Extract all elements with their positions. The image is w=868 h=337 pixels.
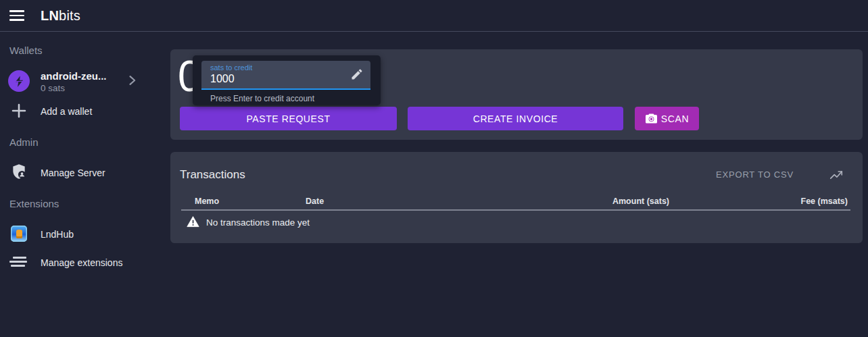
credit-tooltip: sats to credit 1000 Press Enter to credi… bbox=[193, 55, 381, 105]
shield-admin-icon bbox=[9, 162, 28, 181]
column-header-date: Date bbox=[306, 197, 324, 206]
extensions-lines-icon bbox=[9, 253, 28, 276]
wallet-name: android-zeu... bbox=[41, 70, 107, 82]
wallet-balance: 0 sats bbox=[41, 83, 65, 93]
extensions-section-label: Extensions bbox=[9, 198, 59, 209]
plus-icon bbox=[9, 101, 28, 120]
chart-icon[interactable] bbox=[829, 167, 844, 182]
create-invoice-button[interactable]: CREATE INVOICE bbox=[408, 107, 623, 130]
menu-icon[interactable] bbox=[9, 9, 25, 22]
brand-rest: bits bbox=[59, 8, 80, 23]
transactions-card: Transactions EXPORT TO CSV Memo Date Amo… bbox=[170, 152, 863, 243]
manage-server-label: Manage Server bbox=[41, 167, 105, 178]
credit-hint: Press Enter to credit account bbox=[210, 94, 314, 103]
scan-button[interactable]: SCAN bbox=[635, 107, 699, 130]
transactions-title: Transactions bbox=[180, 168, 245, 182]
brand-bold: LN bbox=[41, 8, 59, 23]
add-wallet-label: Add a wallet bbox=[41, 106, 92, 117]
topbar: LNbits bbox=[0, 0, 868, 32]
wallet-avatar bbox=[8, 70, 30, 92]
scan-button-label: SCAN bbox=[661, 113, 689, 124]
column-header-memo: Memo bbox=[195, 197, 219, 206]
paste-request-button[interactable]: PASTE REQUEST bbox=[180, 107, 397, 130]
column-header-fee: Fee (msats) bbox=[801, 197, 848, 206]
table-header-divider bbox=[181, 209, 850, 211]
camera-icon bbox=[645, 113, 658, 124]
credit-input-value: 1000 bbox=[210, 73, 235, 85]
warning-icon bbox=[187, 215, 199, 228]
sats-to-credit-input[interactable]: sats to credit 1000 bbox=[201, 61, 370, 90]
admin-section-label: Admin bbox=[9, 136, 39, 148]
chevron-right-icon[interactable] bbox=[125, 74, 139, 87]
edit-icon[interactable] bbox=[350, 68, 364, 81]
empty-transactions-message: No transactions made yet bbox=[206, 217, 310, 228]
credit-input-label: sats to credit bbox=[210, 63, 252, 72]
column-header-amount: Amount (sats) bbox=[612, 197, 669, 206]
lndhub-extension-icon bbox=[11, 226, 27, 242]
sidebar: Wallets android-zeu... 0 sats Add a wall… bbox=[0, 32, 170, 337]
lndhub-label: LndHub bbox=[41, 229, 74, 240]
lightning-bolt-icon bbox=[14, 76, 24, 87]
wallet-card: 0 sats to credit 1000 Press Enter to cre… bbox=[170, 49, 863, 140]
app-logo[interactable]: LNbits bbox=[41, 0, 80, 31]
export-csv-button[interactable]: EXPORT TO CSV bbox=[713, 168, 796, 181]
manage-extensions-label: Manage extensions bbox=[41, 257, 122, 268]
wallets-section-label: Wallets bbox=[9, 45, 43, 56]
